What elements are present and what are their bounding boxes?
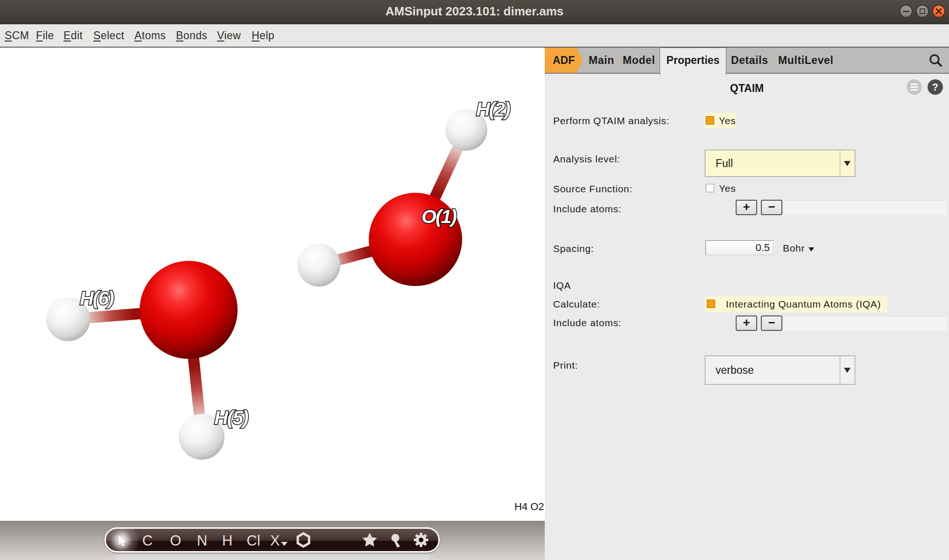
svg-text:H(6): H(6) [80, 287, 114, 309]
svg-text:H(5): H(5) [214, 407, 248, 428]
svg-text:H(2): H(2) [476, 98, 510, 120]
svg-text:O(1): O(1) [422, 206, 457, 227]
